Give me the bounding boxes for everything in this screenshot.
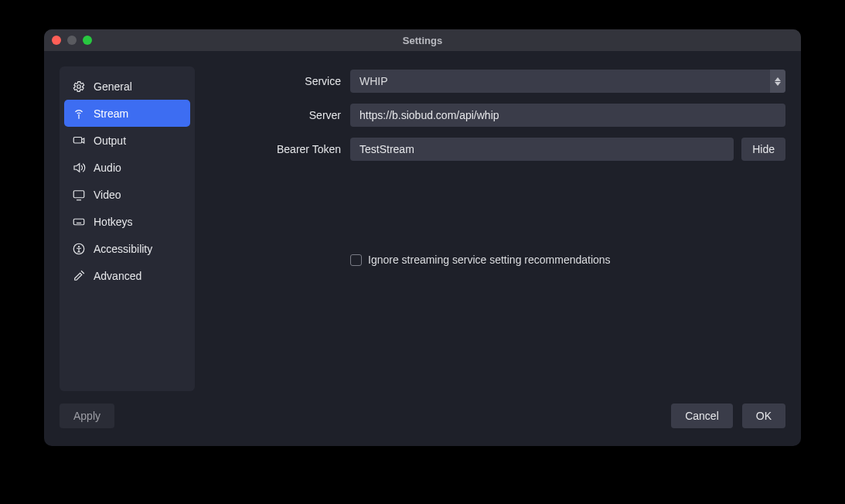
settings-form: Service WHIP Server Bearer Token Hide (207, 66, 785, 398)
sidebar-item-label: Advanced (94, 270, 141, 282)
checkbox-ignore-recs[interactable] (350, 254, 362, 266)
label-server: Server (207, 109, 350, 121)
row-token: Bearer Token Hide (207, 138, 785, 161)
bearer-token-input[interactable] (350, 138, 734, 161)
sidebar-item-video[interactable]: Video (64, 181, 190, 208)
label-service: Service (207, 75, 350, 87)
antenna-icon (72, 107, 86, 121)
monitor-icon (72, 188, 86, 202)
window-title: Settings (44, 35, 801, 46)
row-ignore-recs[interactable]: Ignore streaming service setting recomme… (207, 254, 785, 266)
settings-sidebar: General Stream Output Audio (60, 66, 195, 391)
window-body: General Stream Output Audio (44, 51, 801, 398)
svg-rect-4 (73, 190, 84, 197)
sidebar-item-audio[interactable]: Audio (64, 154, 190, 181)
sidebar-item-hotkeys[interactable]: Hotkeys (64, 208, 190, 235)
row-server: Server (207, 104, 785, 127)
label-ignore-recs: Ignore streaming service setting recomme… (368, 254, 611, 266)
sidebar-item-output[interactable]: Output (64, 127, 190, 154)
service-select[interactable]: WHIP (350, 70, 785, 93)
svg-point-12 (78, 245, 80, 247)
svg-point-0 (77, 84, 81, 88)
settings-window: Settings General Stream Output (44, 29, 801, 446)
sidebar-item-label: Hotkeys (94, 216, 133, 228)
sidebar-item-label: Stream (94, 107, 128, 120)
server-input[interactable] (350, 104, 785, 127)
service-select-value: WHIP (350, 75, 770, 87)
cancel-button[interactable]: Cancel (671, 404, 733, 428)
sidebar-item-advanced[interactable]: Advanced (64, 262, 190, 289)
chevron-updown-icon (770, 70, 785, 93)
sidebar-item-label: Accessibility (94, 243, 152, 255)
sidebar-item-stream[interactable]: Stream (64, 100, 190, 127)
speaker-icon (72, 161, 86, 175)
tools-icon (72, 269, 86, 283)
sidebar-item-accessibility[interactable]: Accessibility (64, 235, 190, 262)
apply-button[interactable]: Apply (60, 404, 114, 428)
accessibility-icon (72, 242, 86, 256)
label-token: Bearer Token (207, 143, 350, 155)
sidebar-item-label: General (94, 80, 132, 93)
sidebar-item-general[interactable]: General (64, 73, 190, 100)
sidebar-item-label: Video (94, 189, 121, 201)
sidebar-item-label: Audio (94, 162, 121, 174)
gear-icon (72, 80, 86, 94)
titlebar: Settings (44, 29, 801, 51)
hide-token-button[interactable]: Hide (741, 138, 785, 161)
row-service: Service WHIP (207, 70, 785, 93)
svg-rect-6 (73, 219, 84, 225)
ok-button[interactable]: OK (742, 404, 785, 428)
keyboard-icon (72, 215, 86, 229)
dialog-footer: Apply Cancel OK (44, 398, 801, 446)
sidebar-item-label: Output (94, 135, 126, 147)
output-icon (72, 134, 86, 148)
svg-rect-3 (73, 137, 82, 143)
